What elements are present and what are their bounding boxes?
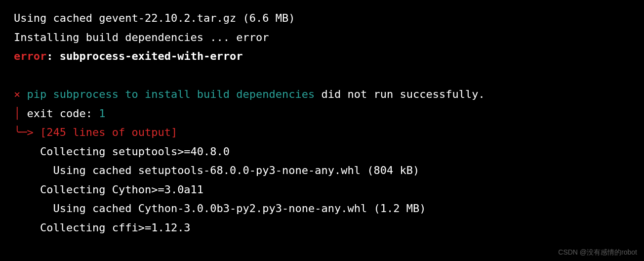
output-text: Using cached Cython-3.0.0b3-py2.py3-none… [14,202,426,215]
terminal-line: Using cached setuptools-68.0.0-py3-none-… [14,161,630,180]
watermark-text: CSDN @没有感情的robot [558,246,637,259]
output-count: [245 lines of output] [40,126,177,138]
pipe-icon: │ [14,107,27,120]
error-label: error [14,50,46,62]
watermark-label: CSDN @没有感情的robot [558,248,637,256]
terminal-line-arrow: ╰─> [245 lines of output] [14,123,630,142]
output-text: Collecting cffi>=1.12.3 [14,221,191,234]
cross-icon: × [14,88,27,100]
output-text: Using cached gevent-22.10.2.tar.gz (6.6 … [14,12,295,24]
terminal-line-exitcode: │ exit code: 1 [14,104,630,124]
exit-code-value: 1 [99,107,105,120]
fail-rest: did not run successfully. [315,88,484,100]
terminal-line: Using cached Cython-3.0.0b3-py2.py3-none… [14,199,630,218]
terminal-line: Collecting setuptools>=40.8.0 [14,142,630,162]
fail-subject: pip subprocess to install build dependen… [27,88,315,100]
error-message: subprocess-exited-with-error [60,50,243,62]
terminal-line-fail: × pip subprocess to install build depend… [14,85,630,104]
output-text: Using cached setuptools-68.0.0-py3-none-… [14,164,419,176]
output-text: Collecting Cython>=3.0a11 [14,183,203,196]
terminal-line: Installing build dependencies ... error [14,28,630,47]
output-text: Installing build dependencies ... error [14,31,269,44]
terminal-blank-line [14,66,630,86]
output-text: Collecting setuptools>=40.8.0 [14,145,230,158]
colon: : [46,50,60,62]
terminal-line: Using cached gevent-22.10.2.tar.gz (6.6 … [14,9,630,28]
arrow-icon: ╰─> [14,126,40,138]
exit-label: exit code: [27,107,99,120]
terminal-line: Collecting Cython>=3.0a11 [14,180,630,200]
terminal-line-error: error: subprocess-exited-with-error [14,47,630,66]
terminal-line: Collecting cffi>=1.12.3 [14,218,630,238]
